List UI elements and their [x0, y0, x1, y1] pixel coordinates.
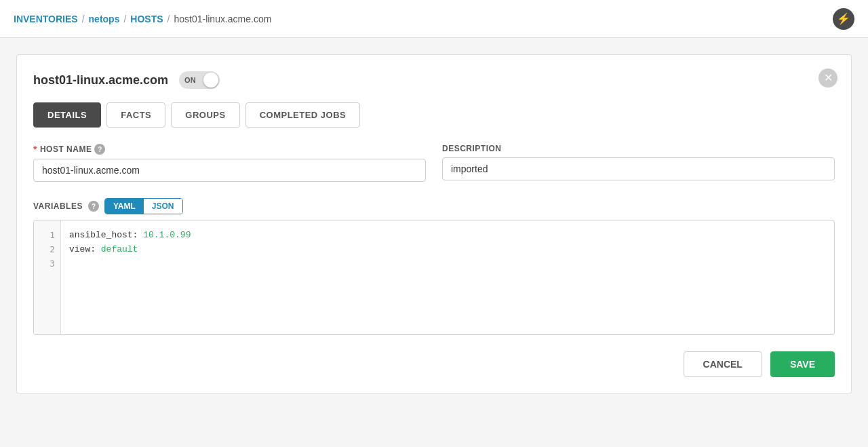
breadcrumb-hosts[interactable]: HOSTS — [130, 14, 163, 24]
line-number-3: 3 — [39, 257, 55, 271]
variables-label: VARIABLES — [33, 201, 83, 211]
line2-key: view: — [69, 244, 101, 254]
format-toggle: YAML JSON — [104, 198, 183, 214]
toggle-label: ON — [180, 76, 196, 84]
breadcrumb-current: host01-linux.acme.com — [174, 14, 271, 24]
avatar[interactable]: ⚡ — [833, 8, 854, 30]
code-content[interactable]: ansible_host: 10.1.0.99 view: default — [61, 220, 834, 334]
host-name-help-icon[interactable]: ? — [94, 144, 105, 155]
variables-header: VARIABLES ? YAML JSON — [33, 198, 835, 214]
json-button[interactable]: JSON — [144, 199, 182, 214]
breadcrumb-sep-2: / — [123, 14, 126, 24]
yaml-button[interactable]: YAML — [105, 199, 144, 214]
required-star: * — [33, 144, 37, 155]
host-toggle[interactable]: ON — [179, 71, 220, 89]
breadcrumb: INVENTORIES / netops / HOSTS / host01-li… — [14, 14, 271, 24]
tab-completed-jobs[interactable]: COMPLETED JOBS — [245, 102, 361, 128]
tab-groups[interactable]: GROUPS — [171, 102, 239, 128]
line-numbers: 1 2 3 — [34, 220, 61, 334]
cancel-button[interactable]: CANCEL — [684, 351, 762, 377]
variables-help-icon[interactable]: ? — [88, 201, 99, 212]
card-header: host01-linux.acme.com ON — [33, 71, 835, 89]
breadcrumb-sep-3: / — [167, 14, 170, 24]
close-icon: ✕ — [824, 73, 833, 83]
host-card: host01-linux.acme.com ON ✕ DETAILS FACTS… — [16, 54, 852, 394]
description-label-text: DESCRIPTION — [442, 144, 502, 153]
line-number-2: 2 — [39, 243, 55, 257]
description-label: DESCRIPTION — [442, 144, 835, 153]
description-group: DESCRIPTION — [442, 144, 835, 182]
host-name-input[interactable] — [33, 159, 426, 182]
top-bar: INVENTORIES / netops / HOSTS / host01-li… — [0, 0, 868, 38]
avatar-icon: ⚡ — [837, 12, 850, 25]
host-name-label: * HOST NAME ? — [33, 144, 426, 155]
line2-value: default — [101, 244, 138, 254]
toggle-knob — [203, 73, 218, 88]
host-name-group: * HOST NAME ? — [33, 144, 426, 182]
line1-value: 10.1.0.99 — [143, 230, 191, 240]
main-content: host01-linux.acme.com ON ✕ DETAILS FACTS… — [0, 38, 868, 410]
close-button[interactable]: ✕ — [818, 69, 837, 88]
description-input[interactable] — [442, 157, 835, 180]
save-button[interactable]: SAVE — [770, 351, 835, 377]
action-row: CANCEL SAVE — [33, 351, 835, 377]
tab-facts[interactable]: FACTS — [106, 102, 165, 128]
tabs-container: DETAILS FACTS GROUPS COMPLETED JOBS — [33, 102, 835, 128]
breadcrumb-inventories[interactable]: INVENTORIES — [14, 14, 78, 24]
breadcrumb-sep-1: / — [82, 14, 85, 24]
host-name-label-text: HOST NAME — [40, 144, 92, 154]
form-row-main: * HOST NAME ? DESCRIPTION — [33, 144, 835, 182]
line-number-1: 1 — [39, 229, 55, 243]
line1-key: ansible_host: — [69, 230, 143, 240]
breadcrumb-netops[interactable]: netops — [89, 14, 120, 24]
tab-details[interactable]: DETAILS — [33, 102, 101, 128]
code-editor[interactable]: 1 2 3 ansible_host: 10.1.0.99 view: defa… — [33, 220, 835, 335]
card-title: host01-linux.acme.com — [33, 73, 168, 88]
